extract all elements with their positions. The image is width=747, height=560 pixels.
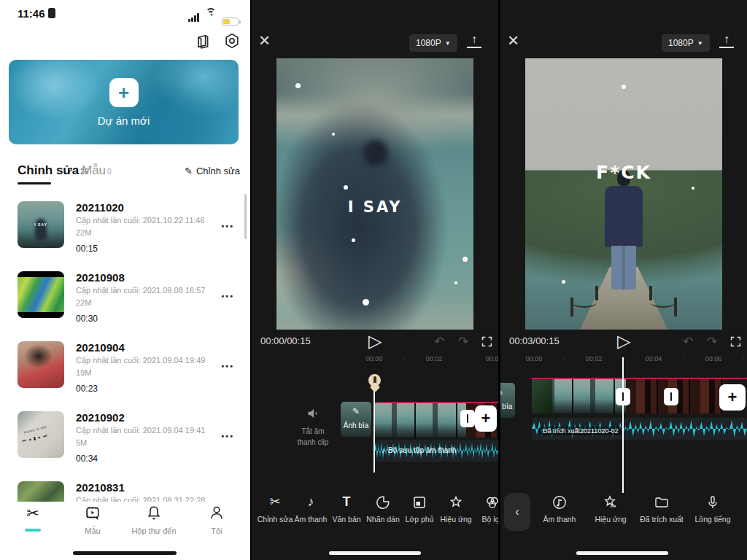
export-icon[interactable]: ↑ bbox=[467, 32, 481, 48]
capcut-screenshot: 11:46 + Dự án mới Chỉnh sửa26 bbox=[0, 0, 747, 560]
tab-active-underline bbox=[18, 182, 51, 184]
tool-extracted[interactable]: Đã trích xuất bbox=[638, 493, 686, 524]
battery-icon bbox=[222, 18, 239, 26]
project-updated: Cập nhật lần cuối: 2021.10.22 11:46 bbox=[76, 216, 205, 225]
tool-effects[interactable]: Hiệu ứng bbox=[587, 493, 635, 524]
project-row[interactable]: music is life⏮ ◂ ▮ ▸ ⏭ 20210902 Cập nhật… bbox=[0, 405, 250, 475]
undo-icon[interactable]: ↶ bbox=[434, 334, 444, 349]
project-title: 20211020 bbox=[76, 201, 124, 214]
nav-item-me[interactable]: Tôi bbox=[191, 505, 242, 537]
music-note-icon: ♪ bbox=[382, 446, 385, 454]
audio-track[interactable]: Đã trích xuất20211020-02 bbox=[532, 418, 747, 440]
pencil-icon: ✎ bbox=[341, 406, 371, 416]
playhead-line[interactable] bbox=[374, 389, 375, 472]
edit-projects-link[interactable]: ✎ Chỉnh sửa bbox=[185, 166, 240, 176]
project-size: 22M bbox=[76, 228, 91, 237]
pencil-icon: ✎ bbox=[500, 387, 515, 397]
playhead-line[interactable] bbox=[622, 357, 624, 493]
editor-toolbar: ✂ Chỉnh sửa ♪ Âm thanh T Văn bản Nhãn dá… bbox=[252, 493, 498, 540]
play-icon[interactable]: ▷ bbox=[368, 331, 382, 351]
project-title: 20210904 bbox=[76, 341, 125, 354]
plus-icon: + bbox=[109, 78, 139, 107]
resolution-dropdown[interactable]: 1080P▼ bbox=[409, 34, 457, 52]
list-scrollbar[interactable] bbox=[244, 194, 247, 239]
editor-toolbar: Âm thanh Hiệu ứng Đã trích xuất bbox=[500, 493, 747, 540]
tab-template[interactable]: Mẫu0 bbox=[82, 163, 112, 178]
add-clip-button[interactable]: + bbox=[475, 405, 497, 432]
video-text-overlay[interactable]: I SAY bbox=[348, 198, 403, 216]
tool-audio[interactable]: Âm thanh bbox=[535, 493, 584, 524]
back-button[interactable]: ‹ bbox=[504, 493, 530, 531]
project-duration: 00:15 bbox=[76, 244, 98, 254]
folder-icon bbox=[638, 493, 686, 512]
close-icon[interactable]: × bbox=[508, 31, 519, 50]
redo-icon[interactable]: ↷ bbox=[707, 334, 717, 349]
video-frame bbox=[276, 58, 473, 330]
project-duration: 00:23 bbox=[76, 384, 98, 394]
mute-clip-audio-button[interactable]: Tắt âmthanh clip bbox=[291, 405, 335, 448]
editor-panel-1: × 1080P▼ ↑ I SAY 00:00/00:15 ▷ ↶ ↷ 00: bbox=[252, 0, 498, 560]
microphone-icon bbox=[689, 493, 737, 512]
nav-item-edit[interactable]: ✂ bbox=[7, 505, 58, 532]
timeline-ruler: 00:00 · 00:02 · 00:04 · 00:06 · bbox=[500, 355, 747, 367]
transition-button[interactable] bbox=[460, 410, 475, 427]
resolution-dropdown[interactable]: 1080P▼ bbox=[662, 34, 710, 52]
audio-track[interactable]: ♪ Bộ sưu tập âm thanh bbox=[374, 440, 498, 462]
add-clip-button[interactable]: + bbox=[719, 384, 746, 411]
undo-icon[interactable]: ↶ bbox=[683, 334, 693, 349]
export-icon[interactable]: ↑ bbox=[719, 32, 734, 48]
more-options-icon[interactable]: ••• bbox=[221, 292, 234, 300]
template-icon bbox=[67, 505, 118, 524]
project-updated: Cập nhật lần cuối: 2021.09.04 19:49 bbox=[76, 356, 205, 365]
video-preview[interactable]: F*CK bbox=[525, 58, 722, 330]
transition-button[interactable] bbox=[616, 388, 630, 405]
cover-edit-button[interactable]: ✎ Ảnh bìa bbox=[500, 383, 515, 418]
playback-time: 00:03/00:15 bbox=[509, 335, 560, 346]
video-preview[interactable]: I SAY bbox=[276, 58, 473, 330]
more-options-icon[interactable]: ••• bbox=[221, 432, 234, 440]
project-duration: 00:34 bbox=[76, 454, 98, 464]
home-panel: 11:46 + Dự án mới Chỉnh sửa26 bbox=[0, 0, 250, 560]
project-thumbnail bbox=[18, 271, 64, 318]
project-size: 5M bbox=[76, 438, 87, 447]
wifi-icon bbox=[206, 8, 217, 17]
video-text-overlay[interactable]: F*CK bbox=[596, 162, 651, 183]
project-updated: Cập nhật lần cuối: 2021.09.08 16:57 bbox=[76, 286, 205, 295]
tab-edit[interactable]: Chỉnh sửa26 bbox=[18, 163, 88, 178]
new-project-label: Dự án mới bbox=[98, 114, 150, 127]
cover-edit-button[interactable]: ✎ Ảnh bìa bbox=[341, 402, 371, 437]
project-thumbnail bbox=[18, 341, 64, 388]
playhead-pin[interactable] bbox=[368, 374, 381, 386]
project-title: 20210908 bbox=[76, 271, 125, 284]
redo-icon[interactable]: ↷ bbox=[458, 334, 468, 349]
projects-folder-icon[interactable] bbox=[194, 32, 212, 50]
more-options-icon[interactable]: ••• bbox=[221, 362, 234, 370]
filmstrip bbox=[374, 403, 466, 438]
transition-button[interactable] bbox=[664, 388, 678, 405]
status-indicator-icon bbox=[48, 8, 55, 18]
settings-gear-icon[interactable] bbox=[223, 32, 241, 50]
close-icon[interactable]: × bbox=[259, 31, 270, 50]
tool-filter[interactable]: Bộ lọc bbox=[468, 493, 498, 524]
nav-item-inbox[interactable]: Hộp thư đến bbox=[128, 505, 179, 537]
active-nav-indicator bbox=[25, 529, 41, 532]
project-row[interactable]: I SAY 20211020 Cập nhật lần cuối: 2021.1… bbox=[0, 195, 250, 265]
project-row[interactable]: 20210908 Cập nhật lần cuối: 2021.09.08 1… bbox=[0, 265, 250, 335]
project-row[interactable]: 20210904 Cập nhật lần cuối: 2021.09.04 1… bbox=[0, 335, 250, 405]
star-sound-icon bbox=[587, 493, 635, 512]
editor-panel-2: × 1080P▼ ↑ F*CK 00:03/00:15 ▷ ↶ ↷ bbox=[500, 0, 747, 560]
tool-voiceover[interactable]: Lồng tiếng bbox=[689, 493, 737, 524]
more-options-icon[interactable]: ••• bbox=[221, 222, 234, 230]
bell-icon bbox=[128, 505, 179, 524]
fullscreen-icon[interactable] bbox=[729, 335, 742, 348]
video-track-clips[interactable] bbox=[532, 378, 747, 413]
nav-item-templates[interactable]: Mẫu bbox=[67, 505, 118, 537]
fullscreen-icon[interactable] bbox=[481, 335, 493, 348]
pencil-icon: ✎ bbox=[185, 166, 193, 176]
project-duration: 00:30 bbox=[76, 314, 98, 324]
new-project-card[interactable]: + Dự án mới bbox=[9, 60, 239, 144]
audio-track-label: Đã trích xuất20211020-02 bbox=[539, 427, 622, 435]
home-indicator bbox=[329, 551, 421, 555]
play-icon[interactable]: ▷ bbox=[617, 331, 630, 351]
person-icon bbox=[191, 505, 242, 524]
